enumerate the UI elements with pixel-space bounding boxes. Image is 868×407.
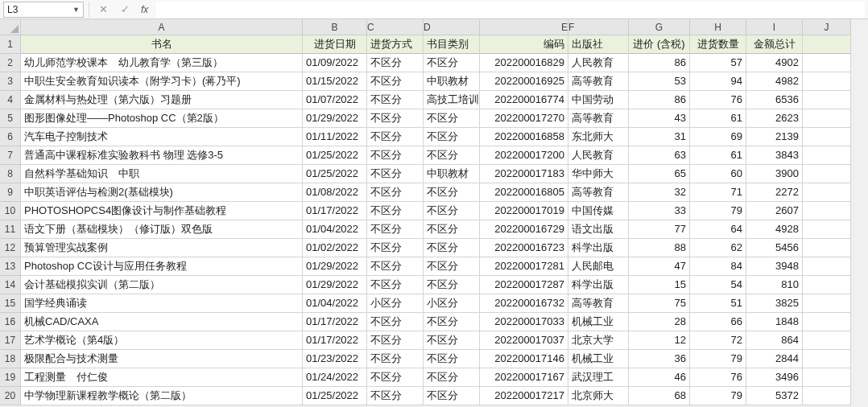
cell-D-5[interactable]: 不区分	[424, 109, 480, 128]
cell-G-3[interactable]: 53	[629, 72, 690, 91]
cell-H-13[interactable]: 84	[690, 257, 746, 276]
cell-H-15[interactable]: 51	[690, 294, 746, 313]
cell-A-18[interactable]: 极限配合与技术测量	[21, 350, 303, 368]
cell-J-20[interactable]	[803, 387, 851, 405]
cell-B-6[interactable]: 01/11/2022	[303, 128, 367, 146]
cell-I-11[interactable]: 4928	[746, 220, 803, 239]
cell-I-3[interactable]: 4982	[746, 72, 803, 91]
header-cell-B[interactable]: 进货日期	[303, 35, 367, 54]
cell-B-7[interactable]: 01/25/2022	[303, 146, 367, 165]
row-header-1[interactable]: 1	[0, 35, 21, 54]
cell-I-8[interactable]: 3900	[746, 165, 803, 183]
cell-E-4[interactable]: 202200016774	[480, 91, 568, 109]
row-header-10[interactable]: 10	[0, 202, 21, 220]
cell-G-17[interactable]: 12	[629, 331, 690, 350]
cell-G-18[interactable]: 36	[629, 350, 690, 368]
cell-G-7[interactable]: 63	[629, 146, 690, 165]
cell-G-16[interactable]: 28	[629, 313, 690, 331]
cell-A-3[interactable]: 中职生安全教育知识读本（附学习卡）(蒋乃平)	[21, 72, 303, 91]
cell-F-8[interactable]: 华中师大	[568, 165, 629, 183]
cell-B-11[interactable]: 01/04/2022	[303, 220, 367, 239]
cell-A-17[interactable]: 艺术学概论（第4版）	[21, 331, 303, 350]
cell-J-10[interactable]	[803, 202, 851, 220]
col-header-J[interactable]: J	[803, 19, 851, 35]
cell-A-2[interactable]: 幼儿师范学校课本 幼儿教育学（第三版）	[21, 54, 303, 72]
cell-F-7[interactable]: 人民教育	[568, 146, 629, 165]
cell-G-6[interactable]: 31	[629, 128, 690, 146]
cell-B-3[interactable]: 01/15/2022	[303, 72, 367, 91]
cell-D-18[interactable]: 不区分	[424, 350, 480, 368]
cell-E-2[interactable]: 202200016829	[480, 54, 568, 72]
cell-G-5[interactable]: 43	[629, 109, 690, 128]
cell-B-9[interactable]: 01/08/2022	[303, 183, 367, 202]
cell-E-3[interactable]: 202200016925	[480, 72, 568, 91]
cell-C-15[interactable]: 小区分	[367, 294, 424, 313]
cell-C-10[interactable]: 不区分	[367, 202, 424, 220]
cell-A-16[interactable]: 机械CAD/CAXA	[21, 313, 303, 331]
cell-D-19[interactable]: 不区分	[424, 368, 480, 387]
cell-J-6[interactable]	[803, 128, 851, 146]
cell-J-18[interactable]	[803, 350, 851, 368]
cell-C-16[interactable]: 不区分	[367, 313, 424, 331]
cell-G-10[interactable]: 33	[629, 202, 690, 220]
row-header-13[interactable]: 13	[0, 257, 21, 276]
cell-J-15[interactable]	[803, 294, 851, 313]
cell-I-14[interactable]: 810	[746, 276, 803, 294]
cell-E-13[interactable]: 202200017281	[480, 257, 568, 276]
cell-E-10[interactable]: 202200017019	[480, 202, 568, 220]
cell-C-6[interactable]: 不区分	[367, 128, 424, 146]
cell-G-12[interactable]: 88	[629, 239, 690, 257]
col-header-I[interactable]: I	[746, 19, 803, 35]
cell-F-11[interactable]: 语文出版	[568, 220, 629, 239]
cell-E-20[interactable]: 202200017217	[480, 387, 568, 405]
cell-F-4[interactable]: 中国劳动	[568, 91, 629, 109]
row-header-16[interactable]: 16	[0, 313, 21, 331]
row-header-17[interactable]: 17	[0, 331, 21, 350]
cell-A-8[interactable]: 自然科学基础知识 中职	[21, 165, 303, 183]
cell-A-6[interactable]: 汽车电子控制技术	[21, 128, 303, 146]
row-header-8[interactable]: 8	[0, 165, 21, 183]
cell-D-14[interactable]: 不区分	[424, 276, 480, 294]
cell-I-5[interactable]: 2623	[746, 109, 803, 128]
cell-H-11[interactable]: 64	[690, 220, 746, 239]
cell-F-18[interactable]: 机械工业	[568, 350, 629, 368]
cell-E-17[interactable]: 202200017037	[480, 331, 568, 350]
row-header-5[interactable]: 5	[0, 109, 21, 128]
row-header-6[interactable]: 6	[0, 128, 21, 146]
cell-H-8[interactable]: 60	[690, 165, 746, 183]
cell-G-11[interactable]: 77	[629, 220, 690, 239]
cell-C-13[interactable]: 不区分	[367, 257, 424, 276]
row-header-15[interactable]: 15	[0, 294, 21, 313]
cell-B-2[interactable]: 01/09/2022	[303, 54, 367, 72]
cell-F-6[interactable]: 东北师大	[568, 128, 629, 146]
cell-H-18[interactable]: 79	[690, 350, 746, 368]
cell-G-8[interactable]: 65	[629, 165, 690, 183]
cell-E-9[interactable]: 202200016805	[480, 183, 568, 202]
cell-D-17[interactable]: 不区分	[424, 331, 480, 350]
cell-J-19[interactable]	[803, 368, 851, 387]
formula-input[interactable]	[156, 2, 865, 18]
cell-F-12[interactable]: 科学出版	[568, 239, 629, 257]
select-all-corner[interactable]	[0, 19, 21, 35]
header-cell-D[interactable]: 书目类别	[424, 35, 480, 54]
cell-I-18[interactable]: 2844	[746, 350, 803, 368]
cell-F-10[interactable]: 中国传媒	[568, 202, 629, 220]
cell-A-12[interactable]: 预算管理实战案例	[21, 239, 303, 257]
header-cell-G[interactable]: 进价 (含税)	[629, 35, 690, 54]
cell-C-18[interactable]: 不区分	[367, 350, 424, 368]
cell-F-5[interactable]: 高等教育	[568, 109, 629, 128]
cell-E-11[interactable]: 202200016729	[480, 220, 568, 239]
cell-E-19[interactable]: 202200017167	[480, 368, 568, 387]
col-header-D[interactable]: D	[424, 19, 480, 35]
cell-H-12[interactable]: 62	[690, 239, 746, 257]
cell-B-15[interactable]: 01/04/2022	[303, 294, 367, 313]
cell-B-20[interactable]: 01/25/2022	[303, 387, 367, 405]
cell-E-6[interactable]: 202200016858	[480, 128, 568, 146]
cell-J-17[interactable]	[803, 331, 851, 350]
cell-A-19[interactable]: 工程测量 付仁俊	[21, 368, 303, 387]
col-header-B[interactable]: B	[303, 19, 367, 35]
cell-F-14[interactable]: 科学出版	[568, 276, 629, 294]
cell-J-13[interactable]	[803, 257, 851, 276]
cell-A-20[interactable]: 中学物理新课程教学概论（第二版）	[21, 387, 303, 405]
cell-D-3[interactable]: 中职教材	[424, 72, 480, 91]
